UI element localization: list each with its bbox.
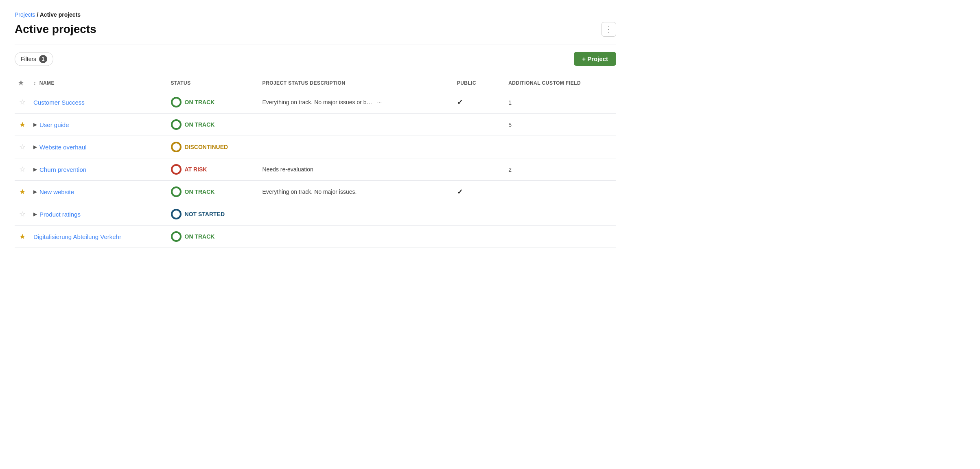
public-cell	[454, 203, 505, 226]
star-cell[interactable]: ★	[15, 181, 30, 203]
description-text: Everything on track. No major issues or …	[262, 99, 372, 105]
description-text: Everything on track. No major issues.	[262, 188, 357, 195]
status-indicator: AT RISK	[171, 164, 256, 175]
projects-table: ★ ↕ NAME STATUS PROJECT STATUS DESCRIPTI…	[15, 75, 616, 248]
project-name-link[interactable]: Digitalisierung Abteilung Verkehr	[33, 233, 164, 240]
public-cell	[454, 226, 505, 248]
breadcrumb-projects-link[interactable]: Projects	[15, 11, 35, 18]
custom-field-cell	[505, 203, 616, 226]
public-cell	[454, 136, 505, 158]
table-row: ☆ Customer Success ON TRACK Everything o…	[15, 91, 616, 114]
status-cell: NOT STARTED	[168, 203, 259, 226]
star-cell[interactable]: ★	[15, 226, 30, 248]
star-cell[interactable]: ☆	[15, 91, 30, 114]
filters-count-badge: 1	[39, 55, 47, 63]
project-name-cell[interactable]: ▶ User guide	[30, 114, 168, 136]
star-cell[interactable]: ☆	[15, 136, 30, 158]
project-name-cell[interactable]: ▶ New website	[30, 181, 168, 203]
col-header-custom: ADDITIONAL CUSTOM FIELD	[505, 75, 616, 91]
project-name-cell[interactable]: ▶ Product ratings	[30, 203, 168, 226]
project-name-link[interactable]: ▶ Product ratings	[33, 211, 164, 218]
expand-arrow-icon[interactable]: ▶	[33, 122, 37, 127]
add-project-button[interactable]: + Project	[574, 52, 616, 66]
status-text: ON TRACK	[185, 121, 215, 128]
col-header-status: STATUS	[168, 75, 259, 91]
custom-field-cell: 1	[505, 91, 616, 114]
public-cell	[454, 114, 505, 136]
table-row: ☆ ▶ Website overhaul DISCONTINUED	[15, 136, 616, 158]
description-cell	[259, 114, 454, 136]
star-icon: ★	[19, 121, 26, 129]
expand-arrow-icon[interactable]: ▶	[33, 189, 37, 195]
page-header: Active projects ⋮	[15, 22, 616, 37]
star-cell[interactable]: ☆	[15, 203, 30, 226]
project-name-text: New website	[39, 188, 74, 195]
col-header-name[interactable]: ↕ NAME	[30, 75, 168, 91]
expand-arrow-icon[interactable]: ▶	[33, 211, 37, 217]
project-name-text: Website overhaul	[39, 144, 87, 151]
status-circle-icon	[171, 119, 182, 130]
custom-field-cell	[505, 136, 616, 158]
expand-arrow-icon[interactable]: ▶	[33, 144, 37, 150]
status-indicator: ON TRACK	[171, 186, 256, 197]
project-name-link[interactable]: ▶ User guide	[33, 121, 164, 128]
status-cell: ON TRACK	[168, 114, 259, 136]
description-cell: Everything on track. No major issues or …	[259, 91, 454, 114]
status-cell: AT RISK	[168, 158, 259, 181]
status-cell: ON TRACK	[168, 226, 259, 248]
public-cell	[454, 158, 505, 181]
breadcrumb-separator: /	[37, 11, 39, 18]
status-circle-icon	[171, 186, 182, 197]
star-icon: ★	[19, 188, 26, 196]
status-text: NOT STARTED	[185, 211, 225, 217]
description-cell	[259, 136, 454, 158]
col-header-public: PUBLIC	[454, 75, 505, 91]
star-icon: ★	[19, 232, 26, 241]
star-cell[interactable]: ★	[15, 114, 30, 136]
status-cell: DISCONTINUED	[168, 136, 259, 158]
filters-button[interactable]: Filters 1	[15, 52, 53, 66]
col-header-star: ★	[15, 75, 30, 91]
status-text: DISCONTINUED	[185, 144, 228, 150]
description-content: Everything on track. No major issues.	[262, 188, 451, 195]
table-row: ☆ ▶ Churn prevention AT RISK Needs re-ev…	[15, 158, 616, 181]
filters-label: Filters	[21, 56, 36, 62]
project-name-cell[interactable]: ▶ Churn prevention	[30, 158, 168, 181]
project-name-link[interactable]: Customer Success	[33, 99, 164, 106]
table-row: ★ ▶ User guide ON TRACK 5	[15, 114, 616, 136]
status-indicator: ON TRACK	[171, 97, 256, 107]
project-name-cell[interactable]: Digitalisierung Abteilung Verkehr	[30, 226, 168, 248]
description-cell	[259, 203, 454, 226]
public-checkmark: ✓	[457, 99, 463, 106]
sort-icon: ↕	[33, 80, 36, 86]
more-options-button[interactable]: ⋮	[602, 22, 616, 37]
star-cell[interactable]: ☆	[15, 158, 30, 181]
status-cell: ON TRACK	[168, 181, 259, 203]
public-checkmark: ✓	[457, 188, 463, 196]
status-text: ON TRACK	[185, 233, 215, 240]
page-title: Active projects	[15, 23, 96, 36]
expand-arrow-icon[interactable]: ▶	[33, 167, 37, 172]
project-name-cell[interactable]: Customer Success	[30, 91, 168, 114]
table-row: ★ Digitalisierung Abteilung Verkehr ON T…	[15, 226, 616, 248]
custom-field-cell	[505, 181, 616, 203]
status-circle-icon	[171, 209, 182, 219]
project-name-text: Product ratings	[39, 211, 81, 218]
star-empty-icon: ☆	[19, 210, 26, 218]
toolbar: Filters 1 + Project	[15, 52, 616, 66]
status-indicator: ON TRACK	[171, 231, 256, 242]
custom-field-cell: 2	[505, 158, 616, 181]
status-text: ON TRACK	[185, 99, 215, 105]
table-row: ★ ▶ New website ON TRACK Everything on t…	[15, 181, 616, 203]
project-name-link[interactable]: ▶ Website overhaul	[33, 144, 164, 151]
status-indicator: NOT STARTED	[171, 209, 256, 219]
star-empty-icon: ☆	[19, 143, 26, 151]
description-text: Needs re-evaluation	[262, 166, 313, 173]
project-name-text: Churn prevention	[39, 166, 86, 173]
col-header-desc: PROJECT STATUS DESCRIPTION	[259, 75, 454, 91]
project-name-link[interactable]: ▶ Churn prevention	[33, 166, 164, 173]
project-name-link[interactable]: ▶ New website	[33, 188, 164, 195]
project-name-cell[interactable]: ▶ Website overhaul	[30, 136, 168, 158]
description-expand-button[interactable]: ···	[376, 98, 384, 106]
project-name-text: User guide	[39, 121, 69, 128]
